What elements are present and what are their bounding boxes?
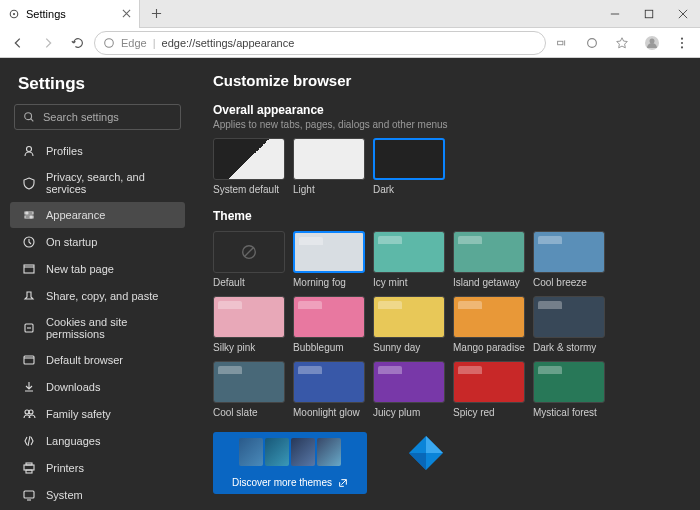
theme-preview <box>213 231 285 273</box>
theme-option-juicy-plum[interactable]: Juicy plum <box>373 361 445 418</box>
theme-option-island-getaway[interactable]: Island getaway <box>453 231 525 288</box>
read-aloud-button[interactable] <box>548 30 576 56</box>
address-path: edge://settings/appearance <box>162 37 295 49</box>
sidebar-item-default-browser[interactable]: Default browser <box>10 347 185 373</box>
theme-option-cool-breeze[interactable]: Cool breeze <box>533 231 605 288</box>
new-tab-button[interactable] <box>144 2 168 26</box>
theme-preview <box>533 361 605 403</box>
settings-title: Settings <box>18 74 177 94</box>
nav-icon <box>22 235 36 249</box>
sidebar-item-printers[interactable]: Printers <box>10 455 185 481</box>
discover-themes-button[interactable]: Discover more themes <box>213 432 367 494</box>
forward-button[interactable] <box>34 30 62 56</box>
back-button[interactable] <box>4 30 32 56</box>
search-input[interactable]: Search settings <box>14 104 181 130</box>
theme-preview <box>453 231 525 273</box>
theme-preview <box>213 361 285 403</box>
appearance-preview <box>213 138 285 180</box>
sidebar-item-share-copy-and-paste[interactable]: Share, copy, and paste <box>10 283 185 309</box>
nav-icon <box>22 461 36 475</box>
sidebar-item-label: Profiles <box>46 145 83 157</box>
svg-point-7 <box>650 38 655 43</box>
theme-label: Mango paradise <box>453 342 525 353</box>
sidebar-item-profiles[interactable]: Profiles <box>10 138 185 164</box>
theme-label: Dark & stormy <box>533 342 605 353</box>
sidebar-item-system[interactable]: System <box>10 482 185 508</box>
theme-option-mystical-forest[interactable]: Mystical forest <box>533 361 605 418</box>
theme-section-title: Theme <box>213 209 682 223</box>
svg-rect-23 <box>26 470 32 473</box>
nav-icon <box>22 176 36 190</box>
theme-option-silky-pink[interactable]: Silky pink <box>213 296 285 353</box>
maximize-button[interactable] <box>632 0 666 28</box>
theme-label: Spicy red <box>453 407 525 418</box>
nav-icon <box>22 488 36 502</box>
theme-option-mango-paradise[interactable]: Mango paradise <box>453 296 525 353</box>
profile-button[interactable] <box>638 30 666 56</box>
theme-option-cool-slate[interactable]: Cool slate <box>213 361 285 418</box>
svg-point-10 <box>681 46 683 48</box>
sidebar-item-label: Appearance <box>46 209 105 221</box>
menu-button[interactable] <box>668 30 696 56</box>
svg-point-8 <box>681 37 683 39</box>
svg-point-19 <box>25 410 29 414</box>
svg-point-3 <box>105 38 114 47</box>
browser-tab[interactable]: Settings <box>0 0 140 28</box>
svg-rect-21 <box>24 465 34 470</box>
nav-icon <box>22 208 36 222</box>
theme-label: Moonlight glow <box>293 407 365 418</box>
settings-sidebar: Settings Search settings ProfilesPrivacy… <box>0 58 195 510</box>
discover-themes-label: Discover more themes <box>232 477 332 488</box>
extensions-button[interactable] <box>578 30 606 56</box>
theme-option-moonlight-glow[interactable]: Moonlight glow <box>293 361 365 418</box>
appearance-option-system-default[interactable]: System default <box>213 138 285 195</box>
address-bar[interactable]: Edge | edge://settings/appearance <box>94 31 546 55</box>
theme-option-sunny-day[interactable]: Sunny day <box>373 296 445 353</box>
theme-option-morning-fog[interactable]: Morning fog <box>293 231 365 288</box>
nav-icon <box>22 144 36 158</box>
sidebar-item-new-tab-page[interactable]: New tab page <box>10 256 185 282</box>
sidebar-item-label: Privacy, search, and services <box>46 171 173 195</box>
theme-option-spicy-red[interactable]: Spicy red <box>453 361 525 418</box>
theme-preview <box>293 231 365 273</box>
refresh-button[interactable] <box>64 30 92 56</box>
sidebar-item-cookies-and-site-permissions[interactable]: Cookies and site permissions <box>10 310 185 346</box>
theme-label: Sunny day <box>373 342 445 353</box>
svg-rect-24 <box>24 491 34 498</box>
appearance-section-title: Overall appearance <box>213 103 682 117</box>
theme-option-default[interactable]: Default <box>213 231 285 288</box>
appearance-label: Dark <box>373 184 445 195</box>
theme-label: Cool slate <box>213 407 285 418</box>
svg-point-5 <box>588 38 597 47</box>
sidebar-item-appearance[interactable]: Appearance <box>10 202 185 228</box>
sidebar-item-label: New tab page <box>46 263 114 275</box>
sidebar-item-privacy-search-and-services[interactable]: Privacy, search, and services <box>10 165 185 201</box>
close-tab-icon[interactable] <box>122 9 131 18</box>
theme-label: Morning fog <box>293 277 365 288</box>
theme-label: Bubblegum <box>293 342 365 353</box>
sidebar-item-languages[interactable]: Languages <box>10 428 185 454</box>
search-placeholder: Search settings <box>43 111 119 123</box>
theme-option-icy-mint[interactable]: Icy mint <box>373 231 445 288</box>
svg-rect-22 <box>26 463 32 465</box>
appearance-option-dark[interactable]: Dark <box>373 138 445 195</box>
theme-preview <box>453 296 525 338</box>
appearance-option-light[interactable]: Light <box>293 138 365 195</box>
theme-option-bubblegum[interactable]: Bubblegum <box>293 296 365 353</box>
appearance-preview <box>373 138 445 180</box>
theme-preview <box>533 231 605 273</box>
close-window-button[interactable] <box>666 0 700 28</box>
settings-main: Customize browser Overall appearance App… <box>195 58 700 510</box>
sidebar-item-downloads[interactable]: Downloads <box>10 374 185 400</box>
favorites-button[interactable] <box>608 30 636 56</box>
sidebar-item-on-startup[interactable]: On startup <box>10 229 185 255</box>
sidebar-item-label: Printers <box>46 462 84 474</box>
nav-icon <box>22 434 36 448</box>
sidebar-item-family-safety[interactable]: Family safety <box>10 401 185 427</box>
nav-icon <box>22 407 36 421</box>
search-icon <box>23 111 35 123</box>
minimize-button[interactable] <box>598 0 632 28</box>
theme-option-dark-stormy[interactable]: Dark & stormy <box>533 296 605 353</box>
tab-title: Settings <box>26 8 66 20</box>
svg-rect-4 <box>558 41 563 45</box>
